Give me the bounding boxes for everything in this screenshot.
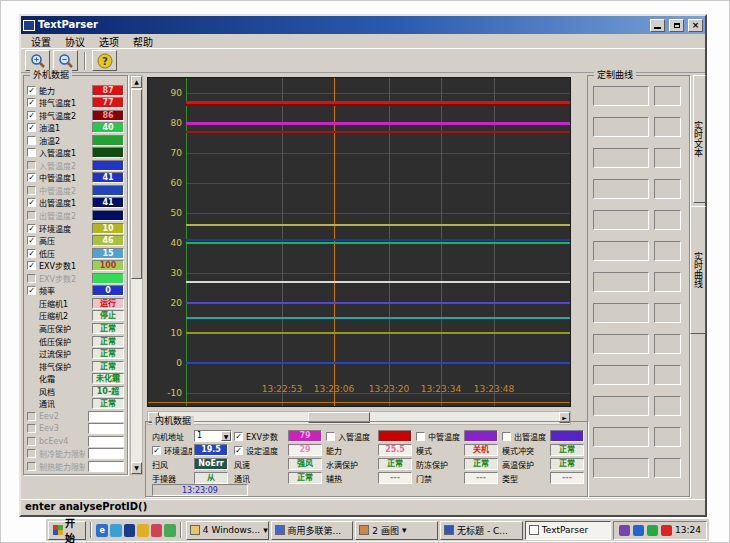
curve-value-field[interactable]	[654, 396, 681, 416]
outdoor-item-label: 压缩机2	[39, 310, 89, 321]
checkbox-制热能力限制[interactable]	[27, 462, 36, 471]
checkbox-入管温度2[interactable]	[27, 161, 36, 170]
curve-value-field[interactable]	[654, 241, 681, 261]
task-dropdown-icon[interactable]: ▾	[402, 525, 407, 535]
checkbox-Eev3[interactable]	[27, 424, 36, 433]
curve-name-field[interactable]	[593, 86, 649, 106]
zoom-in-button[interactable]	[25, 50, 50, 71]
task-button-商用多联第...[interactable]: 商用多联第...	[271, 521, 354, 540]
task-dropdown-icon[interactable]: ▾	[263, 525, 268, 535]
curve-name-field[interactable]	[593, 117, 649, 137]
taskbar-separator	[180, 522, 182, 538]
checkbox-排气温度2[interactable]: ✓	[27, 111, 36, 120]
checkbox-出管温度2[interactable]	[27, 211, 36, 220]
checkbox-中管温度[interactable]	[416, 432, 425, 441]
checkbox-中管温度1[interactable]: ✓	[27, 173, 36, 182]
curve-name-field[interactable]	[593, 303, 649, 323]
curve-name-field[interactable]	[593, 458, 649, 478]
curve-name-field[interactable]	[593, 365, 649, 385]
curve-name-field[interactable]	[593, 334, 649, 354]
minimize-button[interactable]	[650, 19, 665, 32]
curve-name-field[interactable]	[593, 179, 649, 199]
curve-value-field[interactable]	[654, 303, 681, 323]
checkbox-EXV步数[interactable]: ✓	[234, 432, 243, 441]
task-button-2 画图[interactable]: 2 画图▾	[355, 521, 438, 540]
curve-value-field[interactable]	[654, 179, 681, 199]
outdoor-item: 高压保护正常	[27, 322, 124, 334]
checkbox-能力[interactable]: ✓	[27, 86, 36, 95]
menu-item-协议[interactable]: 协议	[58, 34, 92, 49]
curve-value-field[interactable]	[654, 365, 681, 385]
curve-value-field[interactable]	[654, 458, 681, 478]
outdoor-item: ✓油温140	[27, 122, 124, 134]
quicklaunch-ie-icon[interactable]: e	[96, 524, 108, 537]
checkbox-环境温度[interactable]: ✓	[27, 224, 36, 233]
curve-name-field[interactable]	[593, 241, 649, 261]
restore-button[interactable]	[669, 19, 684, 32]
y-tick-label: 90	[152, 88, 182, 98]
checkbox-设定温度[interactable]: ✓	[234, 446, 243, 455]
tray-red-icon[interactable]	[661, 525, 672, 536]
indoor-label: 设定温度	[246, 445, 278, 456]
outdoor-item-label: 中管温度1	[39, 172, 89, 183]
tab-实时曲线[interactable]: 实时曲线	[690, 206, 706, 334]
checkbox-出管温度1[interactable]: ✓	[27, 198, 36, 207]
menu-bar: 设置协议选项帮助	[21, 34, 705, 49]
checkbox-EXV步数1[interactable]: ✓	[27, 261, 36, 270]
tray-device-icon[interactable]	[619, 525, 630, 536]
curve-name-field[interactable]	[593, 210, 649, 230]
checkbox-bcEev4[interactable]	[27, 437, 36, 446]
curve-value-field[interactable]	[654, 272, 681, 292]
outdoor-panel-scrollbar[interactable]: ▲▼	[130, 75, 143, 475]
tab-实时文本[interactable]: 实时文本	[693, 75, 706, 203]
curve-value-field[interactable]	[654, 427, 681, 447]
title-bar[interactable]: TextParser ×	[21, 16, 705, 34]
checkbox-入管温度1[interactable]	[27, 148, 36, 157]
x-tick-label: 13:23:20	[363, 384, 415, 394]
chevron-down-icon[interactable]: ▼	[221, 431, 231, 441]
checkbox-频率[interactable]: ✓	[27, 286, 36, 295]
quicklaunch-messenger-icon[interactable]	[110, 524, 122, 537]
checkbox-入管温度[interactable]	[326, 432, 335, 441]
curve-name-field[interactable]	[593, 272, 649, 292]
help-button[interactable]: ?	[92, 50, 117, 71]
checkbox-油温1[interactable]: ✓	[27, 123, 36, 132]
checkbox-环境温度[interactable]: ✓	[152, 446, 161, 455]
curve-value-field[interactable]	[654, 86, 681, 106]
curve-value-field[interactable]	[654, 117, 681, 137]
task-button-无标题 - C...[interactable]: 无标题 - C...	[440, 521, 523, 540]
checkbox-低压[interactable]: ✓	[27, 249, 36, 258]
zoom-out-button[interactable]	[53, 50, 78, 71]
tray-update-icon[interactable]	[633, 525, 644, 536]
checkbox-油温2[interactable]	[27, 136, 36, 145]
quicklaunch-yellow-app-icon[interactable]	[137, 524, 149, 537]
close-button[interactable]: ×	[688, 19, 703, 32]
tray-green-icon[interactable]	[647, 525, 658, 536]
curve-value-field[interactable]	[654, 334, 681, 354]
menu-item-选项[interactable]: 选项	[92, 34, 126, 49]
curve-name-field[interactable]	[593, 396, 649, 416]
task-button-TextParser[interactable]: TextParser	[525, 521, 611, 540]
checkbox-Eev2[interactable]	[27, 412, 36, 421]
checkbox-高压[interactable]: ✓	[27, 236, 36, 245]
curve-value-field[interactable]	[654, 148, 681, 168]
scroll-down-button[interactable]: ▼	[131, 462, 142, 474]
curve-name-field[interactable]	[593, 148, 649, 168]
curve-value-field[interactable]	[654, 210, 681, 230]
quicklaunch-green-app-icon[interactable]	[164, 524, 176, 537]
curve-name-field[interactable]	[593, 427, 649, 447]
checkbox-排气温度1[interactable]: ✓	[27, 98, 36, 107]
menu-item-帮助[interactable]: 帮助	[126, 34, 160, 49]
start-button[interactable]: 开始	[48, 521, 86, 540]
scroll-thumb[interactable]	[131, 89, 142, 279]
task-button-4 Windows...[interactable]: 4 Windows...▾	[186, 521, 269, 540]
quicklaunch-media-icon[interactable]	[124, 524, 136, 537]
scroll-up-button[interactable]: ▲	[131, 76, 142, 88]
quicklaunch-red-app-icon[interactable]	[151, 524, 163, 537]
checkbox-制冷能力限制[interactable]	[27, 449, 36, 458]
checkbox-出管温度[interactable]	[502, 432, 511, 441]
checkbox-EXV步数2[interactable]	[27, 274, 36, 283]
indoor-address-dropdown[interactable]: 1▼	[194, 430, 232, 442]
checkbox-中管温度2[interactable]	[27, 186, 36, 195]
menu-item-设置[interactable]: 设置	[24, 34, 58, 49]
